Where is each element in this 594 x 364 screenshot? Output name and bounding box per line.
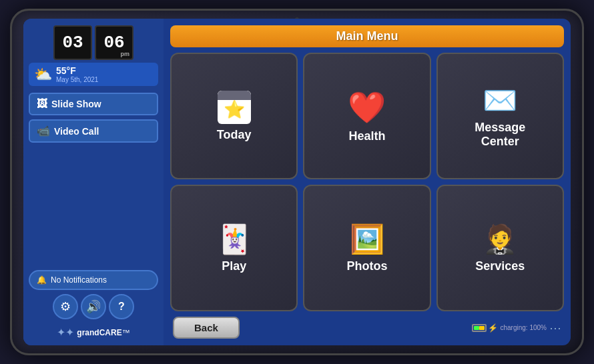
- logo-dots-icon: ✦✦: [57, 326, 74, 339]
- battery-info: ⚡ charging: 100% ⋯: [472, 321, 562, 335]
- today-icon-container: ⭐: [218, 91, 251, 124]
- wifi-dots-icon: ⋯: [549, 321, 561, 335]
- slideshow-icon: 🖼: [37, 98, 47, 110]
- battery-label: charging: 100%: [501, 324, 547, 331]
- footer-bar: Back ⚡ charging: 100% ⋯: [170, 317, 564, 339]
- battery-icon: ⚡: [472, 323, 498, 333]
- play-button[interactable]: 🃏 Play: [170, 185, 298, 311]
- videocall-label: Video Call: [54, 126, 99, 137]
- slideshow-label: Slide Show: [51, 99, 101, 109]
- clock-weather-widget: 03 06 pm ⛅ 55°F May 5th, 2021: [29, 25, 158, 86]
- help-button[interactable]: ?: [109, 294, 134, 319]
- main-header: Main Menu: [170, 25, 564, 47]
- charging-bolt-icon: ⚡: [488, 323, 498, 333]
- services-icon: 🤵: [483, 223, 517, 255]
- question-icon: ?: [118, 301, 125, 313]
- gear-icon: ⚙: [60, 299, 71, 314]
- clock-row: 03 06 pm: [53, 25, 133, 60]
- settings-button[interactable]: ⚙: [53, 294, 78, 319]
- volume-icon: 🔊: [86, 299, 101, 314]
- today-button[interactable]: ⭐ Today: [170, 53, 298, 179]
- calendar-icon: ⭐: [218, 91, 251, 124]
- bell-icon: 🔔: [37, 275, 47, 285]
- message-center-label: Message Center: [475, 121, 525, 149]
- services-button[interactable]: 🤵 Services: [436, 185, 564, 311]
- brand-name: grandCARE™: [77, 328, 129, 337]
- photos-label: Photos: [346, 259, 387, 273]
- notifications-label: No Notifications: [51, 275, 107, 285]
- play-label: Play: [222, 259, 246, 273]
- screen: 03 06 pm ⛅ 55°F May 5th, 2021 🖼: [23, 19, 571, 345]
- star-icon: ⭐: [224, 99, 245, 120]
- sidebar: 03 06 pm ⛅ 55°F May 5th, 2021 🖼: [23, 19, 164, 345]
- notifications-button[interactable]: 🔔 No Notifications: [29, 270, 158, 290]
- photos-button[interactable]: 🖼️ Photos: [303, 185, 430, 311]
- menu-grid: ⭐ Today ❤️ Health ✉️ Message Center: [170, 53, 564, 311]
- weather-date: May 5th, 2021: [56, 76, 98, 83]
- weather-icon: ⛅: [34, 66, 52, 83]
- clock-ampm: pm: [121, 51, 130, 57]
- health-label: Health: [348, 129, 385, 143]
- back-button[interactable]: Back: [173, 317, 240, 339]
- device-shell: 03 06 pm ⛅ 55°F May 5th, 2021 🖼: [10, 9, 584, 355]
- weather-widget: ⛅ 55°F May 5th, 2021: [29, 63, 158, 86]
- play-icon: 🃏: [217, 223, 252, 255]
- services-label: Services: [475, 259, 525, 273]
- clock-minute: 06 pm: [95, 25, 133, 60]
- photos-icon: 🖼️: [350, 223, 384, 255]
- bottom-icon-row: ⚙ 🔊 ?: [29, 294, 158, 319]
- clock-hour: 03: [53, 25, 92, 60]
- grandcare-logo: ✦✦ grandCARE™: [57, 326, 129, 339]
- slideshow-button[interactable]: 🖼 Slide Show: [29, 93, 158, 115]
- message-center-button[interactable]: ✉️ Message Center: [436, 53, 564, 179]
- main-title: Main Menu: [336, 29, 398, 43]
- health-button[interactable]: ❤️ Health: [303, 53, 430, 179]
- message-icon: ✉️: [483, 84, 517, 117]
- today-label: Today: [217, 128, 252, 142]
- main-content: Main Menu ⭐ Today ❤️ Health: [164, 19, 571, 345]
- videocall-icon: 📹: [37, 125, 50, 137]
- videocall-button[interactable]: 📹 Video Call: [29, 119, 158, 143]
- volume-button[interactable]: 🔊: [81, 294, 106, 319]
- weather-temp: 55°F: [56, 65, 98, 76]
- health-icon: ❤️: [348, 89, 386, 125]
